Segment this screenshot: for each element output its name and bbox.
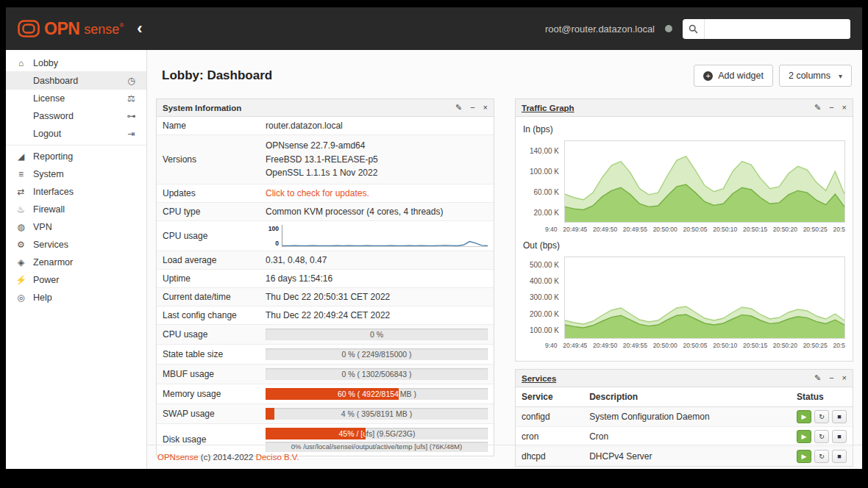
widget-title: System Information — [163, 104, 241, 112]
state-table-bar: 0 % ( 2249/815000 ) 0 % ( 2249/815000 ) — [266, 348, 488, 360]
table-row: Current date/time Thu Dec 22 20:50:31 CE… — [157, 287, 494, 306]
tick-label: 20:50:10 — [713, 342, 737, 349]
field-label: CPU type — [157, 202, 260, 220]
tick-label: 20.00 K — [523, 209, 559, 217]
memory-usage-bar: 60 % ( 4922/8154 MB ) 60 % ( 4922/8154 M… — [266, 388, 488, 400]
sidebar-item-zenarmor[interactable]: ◈ Zenarmor — [6, 254, 146, 271]
sidebar-item-interfaces[interactable]: ⇄ Interfaces — [6, 183, 146, 201]
search-icon[interactable] — [683, 19, 705, 39]
collapse-sidebar-icon[interactable]: ‹ — [137, 21, 142, 37]
reporting-chart-icon: ◢ — [15, 151, 26, 162]
columns-selector[interactable]: 2 columns ▾ — [779, 65, 852, 87]
field-label: CPU usage — [157, 324, 260, 344]
widget-header: System Information ✎ − × — [157, 99, 494, 117]
table-row: CPU type Common KVM processor (4 cores, … — [157, 202, 494, 220]
sidebar-item-license[interactable]: License ⚖ — [6, 90, 146, 107]
logged-in-user: root@router.datazon.local — [545, 24, 655, 35]
widget-title[interactable]: Services — [522, 374, 556, 383]
table-row: configd System Configuration Daemon ▶ ↻ … — [516, 407, 853, 427]
tick-label: 20:50:15 — [743, 342, 767, 349]
sidebar-item-password[interactable]: Password ⊶ — [6, 107, 146, 125]
opnsense-app: OPNsense® ‹ root@router.datazon.local ⌂ … — [6, 7, 862, 469]
search-input[interactable] — [705, 19, 850, 39]
sidebar-item-label: Interfaces — [33, 187, 74, 197]
service-running-icon[interactable]: ▶ — [797, 410, 811, 423]
field-value: Thu Dec 22 20:50:31 CET 2022 — [260, 287, 494, 306]
field-label: SWAP usage — [157, 403, 260, 423]
sidebar-item-label: Help — [33, 293, 52, 303]
sidebar-item-firewall[interactable]: ♨ Firewall — [6, 201, 146, 218]
chevron-down-icon: ▾ — [839, 72, 842, 80]
sidebar-item-label: Zenarmor — [33, 257, 73, 268]
close-widget-icon[interactable]: × — [842, 104, 847, 112]
table-header-row: Service Description Status — [516, 387, 853, 407]
service-running-icon[interactable]: ▶ — [797, 430, 811, 443]
opnsense-logo[interactable]: OPNsense® — [18, 20, 124, 37]
edit-widget-icon[interactable]: ✎ — [455, 104, 462, 112]
tick-label: 100.00 K — [523, 326, 559, 334]
service-name: configd — [516, 407, 583, 427]
edit-widget-icon[interactable]: ✎ — [814, 104, 821, 112]
tick-label: 300.00 K — [523, 293, 559, 301]
sidebar-item-dashboard[interactable]: Dashboard ◷ — [6, 72, 146, 90]
service-name: cron — [516, 427, 583, 447]
sidebar-item-help[interactable]: ◎ Help — [6, 289, 146, 306]
add-icon: + — [703, 71, 713, 81]
field-label: Memory usage — [157, 384, 260, 403]
cpu-usage-bar: 0 % 0 % — [266, 329, 488, 340]
sidebar-item-reporting[interactable]: ◢ Reporting — [6, 148, 146, 165]
sidebar-item-logout[interactable]: Logout ⇥ — [6, 125, 146, 143]
widget-title[interactable]: Traffic Graph — [522, 104, 574, 112]
table-row: Updates Click to check for updates. — [157, 184, 494, 202]
sparkline-axis: 100 0 — [266, 225, 279, 247]
tick-label: 500.00 K — [523, 261, 559, 269]
sidebar-item-label: Password — [33, 111, 74, 121]
sidebar-item-label: Services — [33, 240, 68, 250]
footer-company-link[interactable]: Deciso B.V. — [256, 453, 299, 462]
table-row: CPU usage 0 % 0 % — [157, 324, 494, 344]
stop-service-button[interactable]: ■ — [832, 430, 847, 443]
sidebar-item-label: Firewall — [33, 204, 65, 215]
sidebar-item-power[interactable]: ⚡ Power — [6, 271, 146, 289]
key-icon: ⊶ — [126, 111, 137, 121]
traffic-graph-widget: Traffic Graph ✎ − × In (bps) 140.00 K100… — [515, 98, 853, 362]
tick-label: 9:40 — [545, 342, 558, 349]
tick-label: 20:49:50 — [593, 342, 617, 349]
swap-usage-bar: 4 % ( 395/8191 MB ) 4 % ( 395/8191 MB ) — [266, 408, 488, 420]
tick-label: 9:40 — [545, 226, 558, 233]
minimize-widget-icon[interactable]: − — [829, 104, 833, 112]
sidebar-item-services[interactable]: ⚙ Services — [6, 236, 146, 254]
footer-brand-link[interactable]: OPNsense — [157, 453, 199, 462]
sidebar-item-lobby[interactable]: ⌂ Lobby — [6, 54, 146, 72]
sidebar-item-system[interactable]: ≡ System — [6, 165, 146, 183]
column-header: Service — [516, 387, 583, 407]
logo-text-primary: OPN — [44, 21, 79, 37]
tick-label: 20:49:45 — [563, 226, 587, 233]
close-widget-icon[interactable]: × — [842, 374, 847, 382]
restart-service-button[interactable]: ↻ — [814, 430, 829, 443]
close-widget-icon[interactable]: × — [483, 104, 488, 112]
restart-service-button[interactable]: ↻ — [814, 410, 829, 423]
field-value: Thu Dec 22 20:49:24 CET 2022 — [260, 306, 494, 324]
minimize-widget-icon[interactable]: − — [829, 374, 833, 382]
check-updates-link[interactable]: Click to check for updates. — [266, 188, 369, 198]
bar-label: 0% /usr/local/sensei/output/active/temp … — [266, 442, 488, 452]
sidebar-item-label: Reporting — [33, 151, 73, 162]
edit-widget-icon[interactable]: ✎ — [814, 374, 821, 382]
sidebar-item-vpn[interactable]: ◍ VPN — [6, 218, 146, 236]
sidebar: ⌂ Lobby Dashboard ◷ License ⚖ Password ⊶… — [6, 50, 147, 469]
interfaces-icon: ⇄ — [15, 187, 26, 197]
dashboard-gauge-icon: ◷ — [126, 76, 137, 86]
table-row: State table size 0 % ( 2249/815000 ) 0 %… — [157, 344, 494, 364]
table-row: Name router.datazon.local — [157, 117, 494, 135]
field-value: Common KVM processor (4 cores, 4 threads… — [260, 202, 494, 220]
sidebar-item-label: Lobby — [33, 58, 58, 68]
stop-service-button[interactable]: ■ — [832, 410, 847, 423]
minimize-widget-icon[interactable]: − — [470, 104, 474, 112]
sidebar-item-label: Dashboard — [33, 76, 78, 86]
tick-label: 20:50:00 — [653, 342, 677, 349]
version-line: FreeBSD 13.1-RELEASE-p5 — [266, 153, 488, 167]
cpu-usage-sparkline: 100 0 — [266, 225, 488, 247]
tick-label: 400.00 K — [523, 277, 559, 285]
add-widget-button[interactable]: + Add widget — [694, 65, 773, 87]
